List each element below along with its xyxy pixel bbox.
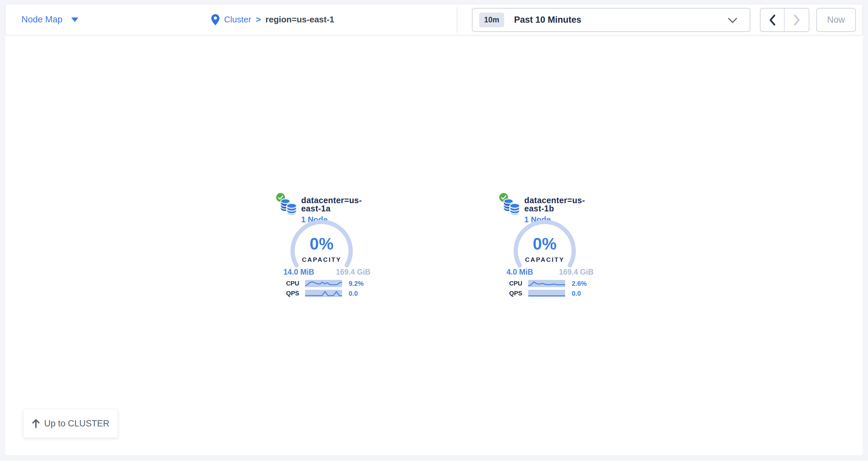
breadcrumb-current: region=us-east-1	[266, 14, 335, 25]
chevron-down-icon	[728, 18, 737, 23]
capacity-used: 4.0 MiB	[506, 268, 533, 276]
datacenter-card-us-east-1b[interactable]: datacenter=us-east-1b 1 Node 0% CAPACITY…	[499, 193, 595, 303]
view-selector-label: Node Map	[22, 14, 63, 25]
time-nav-group	[760, 8, 809, 32]
breadcrumb-separator: >	[256, 14, 261, 25]
toolbar: Node Map Cluster > region=us-east-1 10m …	[5, 4, 863, 35]
qps-row: QPS 0.0	[499, 290, 595, 297]
qps-label: QPS	[276, 290, 299, 297]
qps-sparkline	[528, 290, 565, 297]
toolbar-divider	[457, 7, 457, 33]
node-map-page: { "colors": { "accent_blue": "#3a7de1", …	[0, 0, 868, 461]
capacity-label: CAPACITY	[289, 256, 354, 263]
capacity-total: 169.4 GiB	[336, 268, 370, 276]
arrow-up-icon	[32, 419, 40, 428]
up-to-cluster-label: Up to CLUSTER	[44, 419, 110, 429]
cpu-row: CPU 2.6%	[499, 279, 595, 288]
chevron-right-icon	[794, 14, 800, 26]
database-stack-icon	[279, 198, 298, 217]
qps-value: 0.0	[572, 290, 581, 297]
breadcrumb-cluster-link[interactable]: Cluster	[224, 14, 251, 25]
time-range-badge: 10m	[479, 12, 504, 27]
qps-row: QPS 0.0	[276, 290, 372, 297]
capacity-label: CAPACITY	[512, 256, 578, 263]
chevron-left-icon	[769, 14, 776, 26]
qps-label: QPS	[499, 290, 522, 297]
database-stack-icon	[502, 198, 521, 217]
location-pin-icon	[211, 14, 219, 25]
qps-sparkline	[305, 290, 342, 297]
capacity-percent: 0%	[289, 234, 354, 254]
view-selector[interactable]: Node Map	[22, 4, 79, 35]
now-button[interactable]: Now	[816, 8, 856, 32]
cpu-sparkline	[305, 280, 342, 287]
capacity-percent: 0%	[512, 234, 578, 254]
capacity-total: 169.4 GiB	[559, 268, 593, 276]
map-canvas	[5, 4, 863, 455]
breadcrumb: Cluster > region=us-east-1	[211, 4, 334, 35]
time-range-selector[interactable]: 10m Past 10 Minutes	[472, 8, 750, 32]
cpu-sparkline	[528, 280, 565, 287]
cpu-value: 2.6%	[572, 280, 587, 288]
time-next-button[interactable]	[785, 8, 809, 31]
time-range-label: Past 10 Minutes	[514, 15, 581, 25]
datacenter-card-us-east-1a[interactable]: datacenter=us-east-1a 1 Node 0% CAPACITY…	[276, 193, 372, 303]
capacity-values: 4.0 MiB 169.4 GiB	[506, 268, 593, 276]
datacenter-title: datacenter=us-east-1a	[301, 196, 372, 213]
cpu-row: CPU 9.2%	[276, 279, 372, 288]
capacity-values: 14.0 MiB 169.4 GiB	[283, 268, 370, 276]
datacenter-title: datacenter=us-east-1b	[524, 196, 595, 213]
cpu-value: 9.2%	[349, 280, 364, 288]
time-prev-button[interactable]	[761, 8, 785, 31]
cpu-label: CPU	[499, 280, 522, 287]
cpu-label: CPU	[276, 280, 299, 287]
capacity-used: 14.0 MiB	[283, 268, 314, 276]
qps-value: 0.0	[349, 290, 358, 297]
up-to-cluster-button[interactable]: Up to CLUSTER	[23, 409, 118, 438]
caret-down-icon	[71, 18, 79, 22]
